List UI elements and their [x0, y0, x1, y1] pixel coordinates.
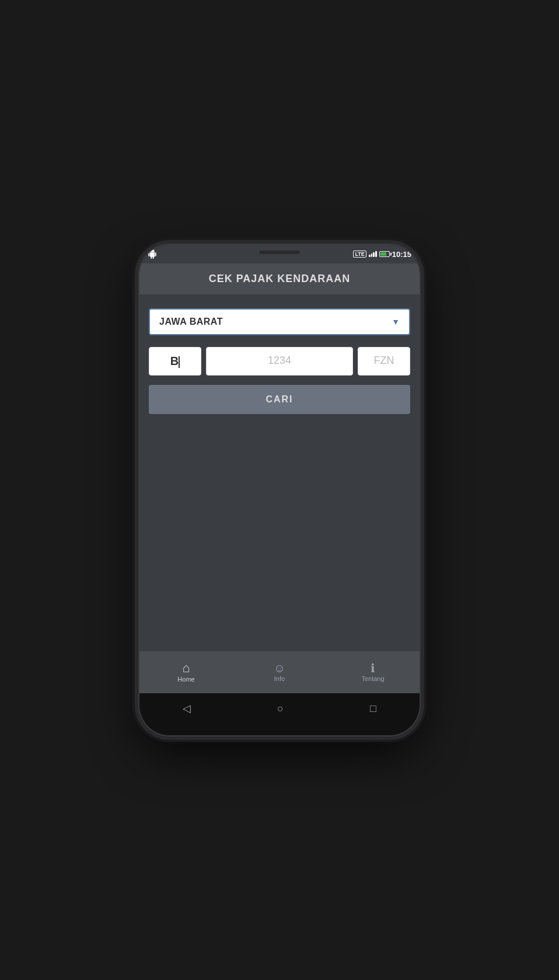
- info-circle-icon: ℹ: [371, 662, 375, 674]
- nav-label-home: Home: [177, 676, 194, 683]
- signal-icon: [369, 251, 377, 257]
- nav-item-home[interactable]: ⌂ Home: [139, 657, 233, 687]
- app-title: CEK PAJAK KENDARAAN: [209, 273, 351, 284]
- status-bar: LTE 10:15: [139, 245, 420, 263]
- info-smiley-icon: ☺: [274, 662, 285, 674]
- province-value: JAWA BARAT: [159, 317, 223, 327]
- app-header: CEK PAJAK KENDARAAN: [139, 263, 420, 294]
- app-content: JAWA BARAT ▼ B 1234 FZN CARI: [139, 294, 420, 651]
- status-right: LTE 10:15: [353, 250, 411, 259]
- nav-label-tentang: Tentang: [361, 675, 384, 682]
- search-button[interactable]: CARI: [149, 385, 410, 414]
- nav-item-tentang[interactable]: ℹ Tentang: [326, 658, 420, 687]
- plate-row: B 1234 FZN: [149, 347, 410, 376]
- dropdown-arrow-icon: ▼: [392, 317, 400, 326]
- plate-number-input[interactable]: 1234: [206, 347, 353, 376]
- phone-speaker: [259, 251, 300, 254]
- bottom-nav: ⌂ Home ☺ Info ℹ Tentang: [139, 651, 420, 693]
- plate-suffix-input[interactable]: FZN: [358, 347, 410, 376]
- province-dropdown[interactable]: JAWA BARAT ▼: [149, 308, 410, 335]
- battery-icon: [379, 251, 390, 257]
- time-display: 10:15: [392, 250, 411, 259]
- android-logo-icon: [148, 249, 157, 259]
- plate-prefix-input[interactable]: B: [149, 347, 201, 376]
- phone-frame: LTE 10:15 CEK PAJAK KENDARAAN JAWA B: [139, 245, 420, 735]
- nav-label-info: Info: [274, 675, 285, 682]
- android-recent-button[interactable]: □: [358, 698, 388, 720]
- android-home-button[interactable]: ○: [265, 698, 295, 720]
- phone-bottom: [139, 724, 420, 735]
- app-screen: CEK PAJAK KENDARAAN JAWA BARAT ▼ B 1234 …: [139, 263, 420, 724]
- lte-badge: LTE: [353, 251, 366, 258]
- android-nav-bar: ◁ ○ □: [139, 693, 420, 724]
- status-left: [148, 249, 157, 259]
- android-back-button[interactable]: ◁: [171, 697, 202, 720]
- home-icon: ⌂: [182, 662, 190, 675]
- nav-item-info[interactable]: ☺ Info: [233, 658, 326, 687]
